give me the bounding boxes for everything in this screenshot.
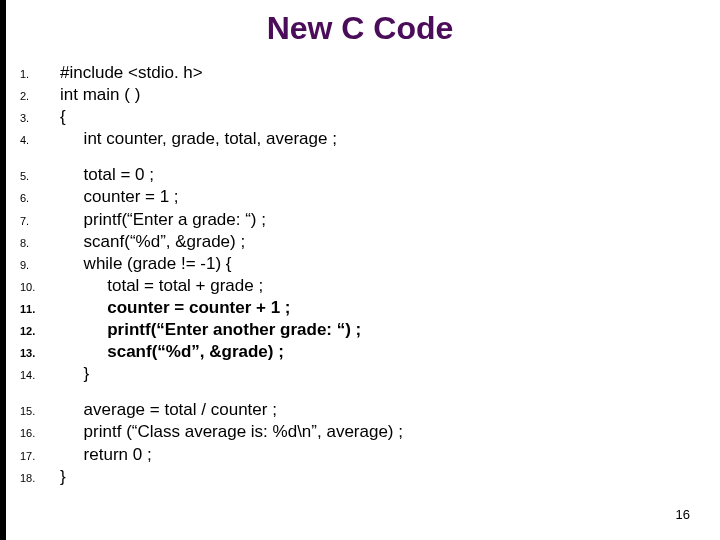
code-line: 13. scanf(“%d”, &grade) ; [20,341,680,363]
code-text: average = total / counter ; [60,399,277,421]
code-text: counter = 1 ; [60,186,179,208]
slide-left-border [0,0,6,540]
line-number: 8. [20,232,60,250]
code-text: printf (“Class average is: %d\n”, averag… [60,421,403,443]
line-number: 16. [20,422,60,440]
code-line: 1.#include <stdio. h> [20,62,680,84]
code-text: printf(“Enter another grade: “) ; [60,319,361,341]
slide-title: New C Code [0,10,720,47]
code-line: 16. printf (“Class average is: %d\n”, av… [20,421,680,443]
line-number: 5. [20,165,60,183]
code-line: 14. } [20,363,680,385]
code-line: 11. counter = counter + 1 ; [20,297,680,319]
line-number: 1. [20,63,60,81]
code-text: total = total + grade ; [60,275,263,297]
line-number: 6. [20,187,60,205]
line-number: 14. [20,364,60,382]
code-text: } [60,466,66,488]
code-line: 8. scanf(“%d”, &grade) ; [20,231,680,253]
code-line: 6. counter = 1 ; [20,186,680,208]
line-number: 2. [20,85,60,103]
line-number: 7. [20,210,60,228]
code-line: 9. while (grade != -1) { [20,253,680,275]
code-line: 7. printf(“Enter a grade: “) ; [20,209,680,231]
code-line: 5. total = 0 ; [20,164,680,186]
code-text: } [60,363,89,385]
code-line: 10. total = total + grade ; [20,275,680,297]
code-line: 18.} [20,466,680,488]
code-text: { [60,106,66,128]
line-number: 12. [20,320,60,338]
code-line: 3.{ [20,106,680,128]
code-line: 12. printf(“Enter another grade: “) ; [20,319,680,341]
line-number: 13. [20,342,60,360]
code-text: total = 0 ; [60,164,154,186]
line-number: 10. [20,276,60,294]
code-listing: 1.#include <stdio. h>2.int main ( )3.{4.… [20,62,680,488]
code-line: 17. return 0 ; [20,444,680,466]
code-text: scanf(“%d”, &grade) ; [60,231,245,253]
code-text: printf(“Enter a grade: “) ; [60,209,266,231]
code-text: int main ( ) [60,84,140,106]
line-number: 17. [20,445,60,463]
code-line: 4. int counter, grade, total, average ; [20,128,680,150]
line-number: 3. [20,107,60,125]
code-line: 15. average = total / counter ; [20,399,680,421]
blank-line [20,385,680,399]
line-number: 9. [20,254,60,272]
code-text: counter = counter + 1 ; [60,297,291,319]
line-number: 4. [20,129,60,147]
code-text: while (grade != -1) { [60,253,232,275]
blank-line [20,150,680,164]
code-line: 2.int main ( ) [20,84,680,106]
code-text: return 0 ; [60,444,152,466]
line-number: 15. [20,400,60,418]
code-text: #include <stdio. h> [60,62,203,84]
line-number: 18. [20,467,60,485]
page-number: 16 [676,507,690,522]
code-text: int counter, grade, total, average ; [60,128,337,150]
line-number: 11. [20,298,60,316]
code-text: scanf(“%d”, &grade) ; [60,341,284,363]
